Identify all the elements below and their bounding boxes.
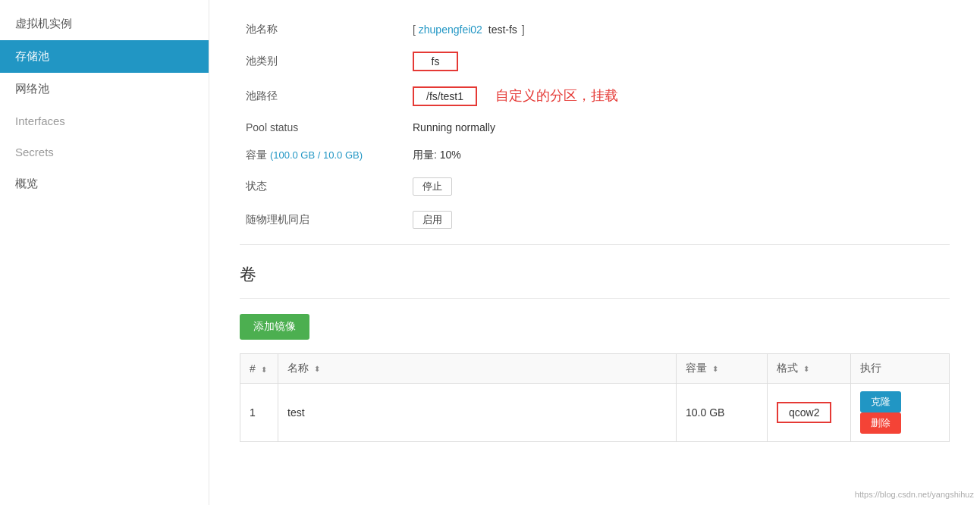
sidebar-item-interfaces[interactable]: Interfaces [0,105,209,136]
col-header-name: 名称 ⬍ [278,354,677,384]
sidebar-item-secrets[interactable]: Secrets [0,136,209,168]
delete-button[interactable]: 删除 [860,412,901,434]
main-content: 池名称 [ zhupengfei02 test-fs ] 池类别 fs [209,0,980,505]
pool-path-annotation: 自定义的分区，挂载 [495,88,618,103]
volumes-title: 卷 [240,263,950,286]
pool-name-label: 池名称 [240,15,407,44]
pool-path-value: /fs/test1 自定义的分区，挂载 [407,79,950,114]
row-name: test [278,384,677,442]
pool-status-value: Running normally [407,114,950,141]
state-tag: 停止 [413,177,452,196]
sort-icon-num: ⬍ [261,365,267,374]
capacity-value: 用量: 10% [407,141,950,170]
row-capacity: 10.0 GB [677,384,768,442]
sidebar-item-storage-pool[interactable]: 存储池 [0,40,209,73]
footer-url: https://blog.csdn.net/yangshihuz [855,490,974,499]
pool-type-value: fs [407,44,950,79]
format-badge: qcow2 [777,402,831,423]
detail-row-capacity: 容量 (100.0 GB / 10.0 GB) 用量: 10% [240,141,950,170]
table-row: 1 test 10.0 GB qcow2 克隆 删除 [240,384,950,442]
volumes-divider [240,298,950,299]
bracket-close: ] [522,24,525,36]
pool-path-badge: /fs/test1 [413,86,477,106]
autostart-value: 启用 [407,203,950,237]
detail-row-pool-name: 池名称 [ zhupengfei02 test-fs ] [240,15,950,44]
row-actions: 克隆 删除 [851,384,950,442]
state-label: 状态 [240,170,407,203]
volumes-section: 卷 添加镜像 # ⬍ 名称 ⬍ 容量 [240,263,950,442]
detail-row-pool-path: 池路径 /fs/test1 自定义的分区，挂载 [240,79,950,114]
pool-path-label: 池路径 [240,79,407,114]
detail-row-pool-status: Pool status Running normally [240,114,950,141]
sort-icon-name: ⬍ [314,365,320,373]
pool-name-link[interactable]: zhupengfei02 [419,24,482,36]
sort-icon-capacity: ⬍ [712,365,718,373]
bracket-open: [ [413,24,416,36]
sidebar-item-overview[interactable]: 概览 [0,168,209,200]
state-value: 停止 [407,170,950,203]
sort-icon-format: ⬍ [803,365,809,373]
pool-status-label: Pool status [240,114,407,141]
detail-row-state: 状态 停止 [240,170,950,203]
pool-type-label: 池类别 [240,44,407,79]
sidebar: 虚拟机实例 存储池 网络池 Interfaces Secrets 概览 [0,0,209,505]
capacity-range: (100.0 GB / 10.0 GB) [270,149,363,161]
detail-table: 池名称 [ zhupengfei02 test-fs ] 池类别 fs [240,15,950,237]
add-image-button[interactable]: 添加镜像 [240,314,309,340]
clone-button[interactable]: 克隆 [860,391,901,412]
detail-row-autostart: 随物理机同启 启用 [240,203,950,237]
col-header-format: 格式 ⬍ [768,354,851,384]
autostart-label: 随物理机同启 [240,203,407,237]
detail-row-pool-type: 池类别 fs [240,44,950,79]
row-format: qcow2 [768,384,851,442]
col-header-action: 执行 [851,354,950,384]
col-header-num: # ⬍ [240,354,278,384]
capacity-label: 容量 (100.0 GB / 10.0 GB) [240,141,407,170]
sidebar-item-vm-instances[interactable]: 虚拟机实例 [0,8,209,40]
col-header-capacity: 容量 ⬍ [677,354,768,384]
row-num: 1 [240,384,278,442]
table-header-row: # ⬍ 名称 ⬍ 容量 ⬍ 格式 ⬍ [240,354,950,384]
autostart-tag: 启用 [413,211,452,229]
section-divider [240,244,950,245]
volumes-table: # ⬍ 名称 ⬍ 容量 ⬍ 格式 ⬍ [240,353,950,442]
pool-name-text: test-fs [488,24,517,36]
pool-name-value: [ zhupengfei02 test-fs ] [407,15,950,44]
pool-type-badge: fs [413,52,458,71]
sidebar-item-network-pool[interactable]: 网络池 [0,73,209,105]
